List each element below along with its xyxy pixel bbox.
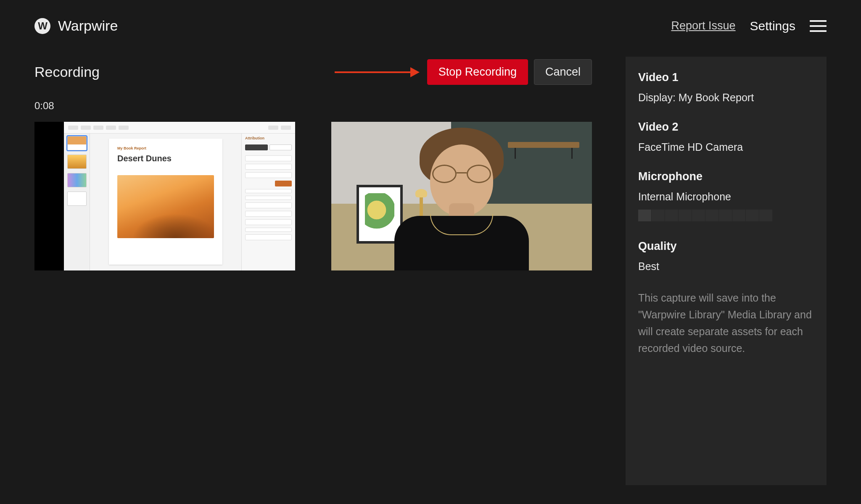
person-icon — [390, 165, 533, 270]
settings-link[interactable]: Settings — [750, 19, 795, 33]
brand-name: Warpwire — [58, 18, 118, 34]
doc-inspector: Attribution — [241, 122, 295, 270]
preview-screen-share: My Book Report Desert Dunes Attribution — [34, 122, 295, 270]
brand: W Warpwire — [34, 18, 118, 34]
video1-label: Video 1 — [638, 71, 814, 84]
arrow-callout-icon: Stop Recording Cancel — [335, 59, 592, 85]
mic-level-segment — [665, 210, 679, 221]
quality-value: Best — [638, 260, 814, 273]
video2-value: FaceTime HD Camera — [638, 141, 814, 153]
doc-slide-thumbnails — [64, 122, 90, 270]
slide-thumb — [67, 173, 87, 187]
report-issue-link[interactable]: Report Issue — [671, 19, 736, 32]
doc-toolbar — [64, 122, 295, 134]
microphone-value: Internal Microphone — [638, 191, 814, 203]
quality-label: Quality — [638, 240, 814, 253]
doc-image — [117, 175, 214, 238]
mic-level-segment — [705, 210, 719, 221]
doc-eyebrow: My Book Report — [117, 146, 214, 150]
shelf-icon — [508, 142, 579, 148]
mic-level-segment — [759, 210, 773, 221]
slide-thumb — [67, 192, 87, 206]
hamburger-menu-icon[interactable] — [810, 20, 827, 32]
slide-thumb — [67, 136, 87, 150]
recording-timer: 0:08 — [34, 100, 592, 112]
mic-level-segment — [679, 210, 692, 221]
capture-save-note: This capture will save into the "Warpwir… — [638, 289, 814, 357]
slide-thumb — [67, 155, 87, 169]
video2-label: Video 2 — [638, 121, 814, 134]
mic-level-segment — [638, 210, 652, 221]
header-actions: Report Issue Settings — [671, 19, 827, 33]
microphone-label: Microphone — [638, 170, 814, 183]
cancel-button[interactable]: Cancel — [534, 59, 592, 85]
mic-level-segment — [732, 210, 746, 221]
preview-webcam — [331, 122, 592, 270]
mic-level-segment — [719, 210, 732, 221]
page-title: Recording — [34, 64, 100, 80]
stop-recording-button[interactable]: Stop Recording — [427, 59, 528, 85]
inspector-heading: Attribution — [245, 136, 292, 140]
mic-level-segment — [746, 210, 759, 221]
mic-level-segment — [652, 210, 665, 221]
recording-settings-panel: Video 1 Display: My Book Report Video 2 … — [626, 57, 827, 485]
doc-page: My Book Report Desert Dunes — [109, 139, 222, 265]
app-header: W Warpwire Report Issue Settings — [0, 0, 861, 34]
mic-level-segment — [692, 210, 705, 221]
microphone-level-meter — [638, 210, 814, 221]
doc-title: Desert Dunes — [117, 154, 214, 163]
brand-logo-icon: W — [34, 18, 50, 34]
video1-value: Display: My Book Report — [638, 92, 814, 104]
